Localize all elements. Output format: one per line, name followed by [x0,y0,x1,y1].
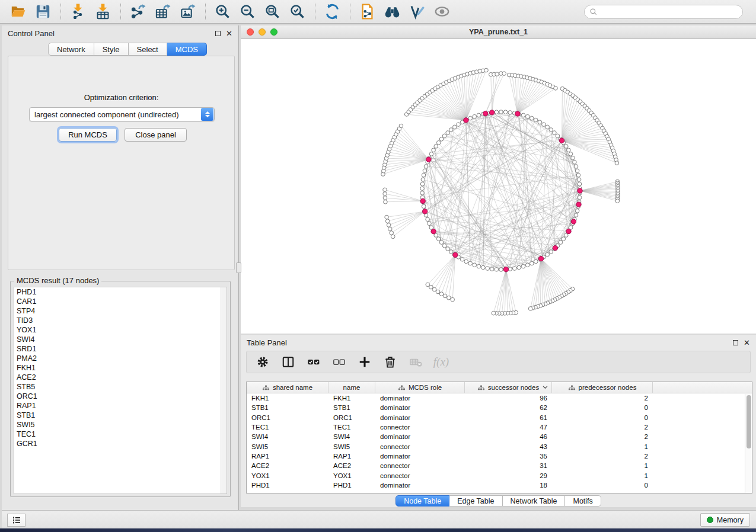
export-table-icon[interactable] [153,3,172,21]
table-row[interactable]: SWI5SWI5connector431 [247,441,752,451]
table-cell[interactable]: 2 [552,433,653,440]
table-row[interactable]: RAP1RAP1dominator352 [247,451,752,461]
table-cell[interactable]: 43 [465,443,552,450]
table-row[interactable]: STB1STB1dominator620 [247,403,752,412]
import-table-icon[interactable] [93,3,112,21]
table-row[interactable]: TEC1TEC1connector472 [247,422,752,432]
search-input[interactable] [598,7,742,17]
table-settings-icon[interactable] [255,354,270,370]
table-cell[interactable]: 2 [552,395,653,402]
table-cell[interactable]: RAP1 [247,453,328,460]
table-cell[interactable]: ACE2 [328,462,375,469]
table-cell[interactable]: YOX1 [247,472,328,479]
splitter-handle[interactable] [236,262,241,273]
table-cell[interactable]: 2 [552,453,653,460]
table-cell[interactable]: 31 [465,462,552,469]
mcds-result-node[interactable]: SWI4 [14,335,227,344]
mcds-result-node[interactable]: TEC1 [14,430,227,439]
mcds-result-node[interactable]: PMA2 [14,354,227,363]
table-cell[interactable]: 62 [465,404,552,411]
zoom-out-icon[interactable] [238,3,257,21]
zoom-selected-icon[interactable] [288,3,307,21]
table-cell[interactable]: 61 [465,414,552,421]
table-cell[interactable]: 96 [465,395,552,402]
table-cell[interactable]: YOX1 [328,472,375,479]
table-cell[interactable]: 0 [552,404,653,411]
table-cell[interactable]: 1 [552,472,653,479]
table-cell[interactable]: STB1 [247,404,328,411]
table-row[interactable]: FKH1FKH1dominator962 [247,393,752,403]
task-manager-button[interactable] [7,514,25,527]
table-cell[interactable]: connector [375,424,465,431]
table-row[interactable]: PHD1PHD1dominator180 [247,480,752,490]
table-cell[interactable]: dominator [375,414,465,421]
table-cell[interactable]: SWI5 [247,443,328,450]
deselect-all-rows-icon[interactable] [331,354,347,370]
mcds-result-node[interactable]: YOX1 [14,325,227,335]
table-cell[interactable]: SWI5 [328,443,375,450]
table-cell[interactable]: dominator [375,395,465,402]
table-cell[interactable]: FKH1 [247,395,328,402]
open-file-icon[interactable] [8,3,27,21]
mcds-result-list[interactable]: PHD1CAR1STP4TID3YOX1SWI4SRD1PMA2FKH1ACE2… [14,287,227,494]
table-cell[interactable]: RAP1 [328,453,375,460]
tab-node-table[interactable]: Node Table [395,495,449,507]
optimization-criterion-select[interactable]: largest connected component (undirected) [29,107,215,121]
apply-layout-icon[interactable] [323,3,342,21]
close-panel-button[interactable]: Close panel [125,128,187,142]
mcds-result-node[interactable]: PHD1 [14,287,227,297]
import-network-icon[interactable] [68,3,87,21]
network-search-icon[interactable] [382,3,401,21]
delete-column-icon[interactable] [382,354,398,370]
mcds-result-node[interactable]: ACE2 [14,373,227,382]
table-cell[interactable]: STB1 [328,404,375,411]
table-cell[interactable]: ACE2 [247,462,328,469]
mcds-result-node[interactable]: STB1 [14,411,227,420]
mcds-result-node[interactable]: STB5 [14,382,227,392]
table-cell[interactable]: 2 [552,424,653,431]
tab-motifs[interactable]: Motifs [565,495,601,507]
table-cell[interactable]: 47 [465,424,552,431]
add-column-icon[interactable] [357,354,372,370]
table-row[interactable]: ORC1ORC1dominator610 [247,413,752,422]
tab-network[interactable]: Network [48,43,94,56]
tab-select[interactable]: Select [129,43,167,56]
mcds-result-node[interactable]: GCR1 [14,439,227,448]
table-cell[interactable]: SWI4 [328,433,375,440]
table-row[interactable]: YOX1YOX1connector291 [247,470,752,480]
table-cell[interactable]: 35 [465,453,552,460]
table-cell[interactable]: FKH1 [328,395,375,402]
table-cell[interactable]: dominator [375,433,465,440]
table-cell[interactable]: PHD1 [247,482,328,489]
tab-edge-table[interactable]: Edge Table [449,495,502,507]
table-scrollbar-thumb[interactable] [747,395,751,448]
table-cell[interactable]: TEC1 [247,424,328,431]
float-table-panel-icon[interactable] [733,340,738,345]
save-session-icon[interactable] [33,3,52,21]
table-cell[interactable]: 18 [465,482,552,489]
table-cell[interactable]: dominator [375,482,465,489]
zoom-in-icon[interactable] [213,3,232,21]
mcds-result-node[interactable]: SWI5 [14,420,227,430]
mcds-result-node[interactable]: RAP1 [14,401,227,411]
mcds-list-scrollbar[interactable] [221,287,227,493]
mcds-result-node[interactable]: CAR1 [14,297,227,306]
table-cell[interactable]: dominator [375,453,465,460]
table-cell[interactable]: 0 [552,482,653,489]
mcds-result-node[interactable]: STP4 [14,306,227,316]
table-cell[interactable]: connector [375,443,465,450]
column-header-name[interactable]: name [328,382,375,393]
float-panel-icon[interactable] [215,31,221,36]
column-header-MCDS-role[interactable]: MCDS role [375,382,465,393]
table-cell[interactable]: 29 [465,472,552,479]
mcds-result-node[interactable]: FKH1 [14,363,227,373]
split-view-icon[interactable] [280,354,296,370]
table-cell[interactable]: PHD1 [328,482,375,489]
table-cell[interactable]: 1 [552,462,653,469]
new-network-from-selection-icon[interactable] [358,3,377,21]
column-header-predecessor-nodes[interactable]: predecessor nodes [552,382,653,393]
table-cell[interactable]: connector [375,472,465,479]
column-header-shared-name[interactable]: shared name [247,382,328,393]
tab-mcds[interactable]: MCDS [167,43,207,56]
table-cell[interactable]: 0 [552,414,653,421]
